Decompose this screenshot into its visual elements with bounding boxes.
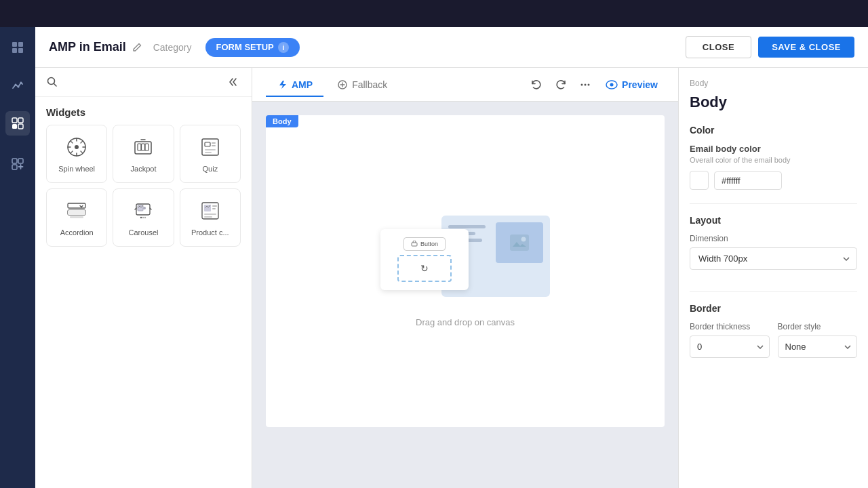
spin-wheel-icon [64, 135, 89, 159]
email-body-color-sublabel: Overall color of the email body [690, 156, 857, 164]
top-bar [0, 0, 868, 27]
svg-point-49 [521, 237, 526, 241]
color-hex-input[interactable] [714, 171, 782, 190]
preview-button[interactable]: Preview [599, 75, 665, 94]
category-label: Category [153, 42, 192, 53]
accordion-icon [64, 199, 89, 223]
sidebar-icon-blocks[interactable] [5, 111, 30, 136]
email-body-color-label: Email body color [690, 144, 857, 154]
save-close-button[interactable]: SAVE & CLOSE [758, 37, 854, 58]
close-button[interactable]: CLOSE [686, 36, 751, 58]
form-setup-info-icon: i [278, 42, 289, 53]
svg-rect-30 [70, 216, 83, 218]
canvas-placeholder: Button ↻ Drag and drop on canvas [380, 216, 550, 327]
svg-point-6 [20, 82, 22, 84]
canvas-content: Body [252, 102, 678, 488]
quiz-icon [198, 135, 222, 159]
color-swatch[interactable] [690, 171, 709, 190]
svg-rect-2 [12, 48, 17, 53]
svg-point-43 [581, 83, 583, 85]
widgets-search-button[interactable] [46, 76, 58, 88]
sidebar-icon-dashboard[interactable] [5, 35, 30, 60]
layout-section-title: Layout [690, 215, 857, 226]
sidebar-icon-widgets[interactable] [5, 152, 30, 176]
svg-point-36 [144, 217, 146, 218]
spin-wheel-label: Spin wheel [58, 165, 95, 173]
sidebar-icon-analytics[interactable] [5, 73, 30, 98]
jackpot-icon [131, 135, 155, 159]
tab-fallback[interactable]: Fallback [326, 74, 398, 97]
content-area: Widgets Spin wheel [35, 68, 868, 488]
border-thickness-select[interactable]: 0 [690, 336, 770, 358]
props-title: Body [690, 94, 857, 111]
undo-button[interactable] [526, 74, 547, 96]
drag-drop-text: Drag and drop on canvas [416, 317, 515, 327]
svg-rect-23 [212, 142, 216, 144]
border-style-label: Border style [778, 322, 858, 331]
app-title: AMP in Email [49, 40, 142, 54]
svg-rect-25 [205, 149, 216, 150]
svg-rect-7 [12, 118, 17, 123]
svg-point-33 [143, 207, 146, 209]
widget-accordion[interactable]: Accordion [46, 188, 107, 247]
svg-point-44 [585, 83, 587, 85]
form-setup-button[interactable]: FORM SETUP i [205, 38, 300, 57]
svg-point-34 [140, 217, 142, 218]
svg-rect-48 [510, 235, 529, 251]
canvas-area: AMP Fallback [252, 68, 678, 488]
widget-jackpot[interactable]: Jackpot [113, 125, 174, 183]
widgets-panel: Widgets Spin wheel [35, 68, 252, 488]
border-thickness-label: Border thickness [690, 322, 770, 331]
svg-rect-22 [205, 142, 210, 146]
border-thickness-col: Border thickness 0 [690, 322, 770, 358]
widget-product-card[interactable]: Product c... [180, 188, 241, 247]
illus-front-card: Button ↻ [380, 229, 469, 290]
svg-point-4 [15, 84, 17, 86]
widgets-panel-header [35, 68, 252, 97]
widgets-grid: Spin wheel Jackpot [35, 125, 252, 247]
product-card-icon [198, 199, 222, 223]
main-area: AMP in Email Category FORM SETUP i CLOSE… [0, 27, 868, 488]
dimension-select[interactable]: Width 700px [690, 247, 857, 270]
svg-rect-10 [18, 124, 23, 129]
svg-rect-42 [204, 216, 212, 218]
canvas-illustration: Button ↻ [380, 216, 550, 304]
widget-quiz[interactable]: Quiz [180, 125, 241, 183]
svg-rect-11 [12, 159, 17, 163]
jackpot-label: Jackpot [131, 165, 157, 173]
illus-button-widget: Button [403, 237, 446, 251]
properties-panel: Body Body Color Email body color Overall… [678, 68, 868, 488]
border-style-col: Border style None [778, 322, 858, 358]
illus-dashed-drop-zone: ↻ [397, 255, 452, 282]
svg-rect-20 [145, 144, 149, 150]
svg-rect-12 [18, 159, 23, 163]
tabs-bar: AMP Fallback [252, 68, 678, 102]
header: AMP in Email Category FORM SETUP i CLOSE… [35, 27, 868, 68]
svg-point-16 [75, 145, 79, 149]
carousel-label: Carousel [128, 228, 158, 237]
border-style-select[interactable]: None [778, 336, 858, 358]
svg-rect-39 [212, 205, 217, 207]
divider-2 [690, 291, 857, 292]
tab-amp[interactable]: AMP [266, 74, 323, 97]
color-row [690, 171, 857, 190]
edit-title-button[interactable] [132, 42, 142, 53]
rotate-icon: ↻ [420, 263, 429, 274]
widget-carousel[interactable]: Carousel [113, 188, 174, 247]
svg-rect-40 [212, 208, 216, 209]
svg-rect-29 [68, 210, 85, 215]
svg-point-5 [18, 86, 20, 88]
svg-rect-41 [204, 214, 216, 215]
svg-point-35 [142, 217, 144, 218]
color-section-title: Color [690, 125, 857, 136]
illus-image-placeholder [496, 222, 543, 263]
body-label-tag: Body [266, 115, 298, 127]
collapse-panel-button[interactable] [227, 77, 241, 87]
more-options-button[interactable] [574, 74, 596, 96]
carousel-icon [131, 199, 155, 223]
svg-rect-3 [18, 48, 23, 53]
redo-button[interactable] [550, 74, 572, 96]
svg-rect-1 [18, 42, 23, 47]
svg-rect-19 [142, 144, 145, 150]
widget-spin-wheel[interactable]: Spin wheel [46, 125, 107, 183]
